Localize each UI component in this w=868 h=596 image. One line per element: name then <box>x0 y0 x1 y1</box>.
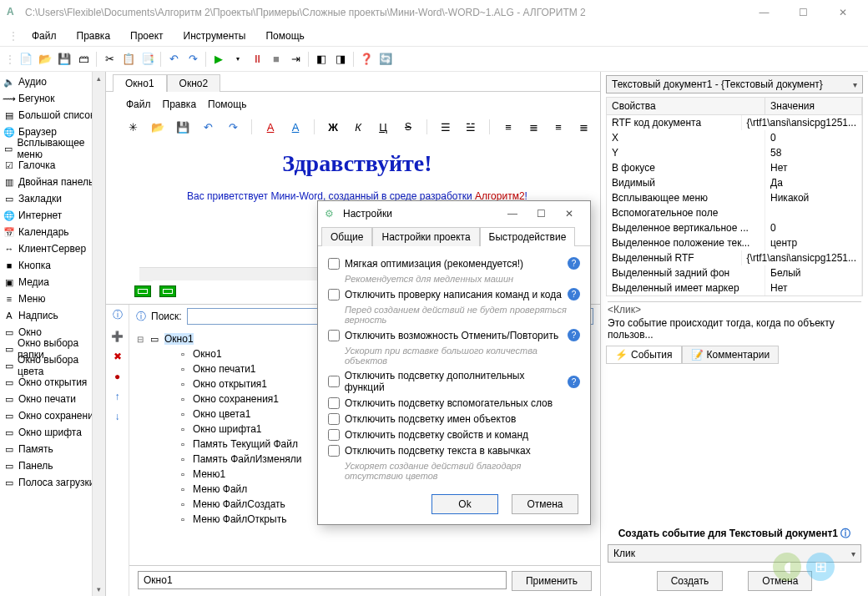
emb-bold-icon[interactable]: Ж <box>325 119 341 135</box>
option-checkbox[interactable] <box>328 413 340 425</box>
option-help-icon[interactable]: ? <box>568 329 580 341</box>
run-dropdown-icon[interactable]: ▾ <box>230 51 246 68</box>
maximize-button[interactable]: ☐ <box>785 1 822 24</box>
option-checkbox[interactable] <box>328 376 340 387</box>
property-row[interactable]: Выделенное положение тек...центр <box>607 235 862 250</box>
property-row[interactable]: Вспомогательное поле <box>607 205 862 220</box>
option-help-icon[interactable]: ? <box>568 257 580 270</box>
tab-okno2[interactable]: Окно2 <box>167 74 221 92</box>
emb-italic-icon[interactable]: К <box>350 119 366 135</box>
redo-icon[interactable]: ↷ <box>184 51 201 68</box>
indicator-2[interactable] <box>159 285 176 297</box>
pause-icon[interactable]: ⏸ <box>249 51 265 68</box>
tree-info-icon[interactable]: ⓘ <box>113 308 123 322</box>
saveall-icon[interactable]: 🗃 <box>75 51 92 68</box>
emb-menu-edit[interactable]: Правка <box>163 98 197 110</box>
palette-item[interactable]: 🌐Интернет <box>0 207 105 224</box>
run-icon[interactable]: ▶ <box>210 51 227 68</box>
option-help-icon[interactable]: ? <box>568 376 580 388</box>
palette-item[interactable]: AНадпись <box>0 307 105 324</box>
dialog-tab-project[interactable]: Настройки проекта <box>372 227 479 246</box>
palette-item[interactable]: ↔КлиентСервер <box>0 240 105 257</box>
option-checkbox[interactable] <box>328 445 340 457</box>
palette-item[interactable]: ■Кнопка <box>0 257 105 274</box>
tool1-icon[interactable]: ◧ <box>313 51 330 68</box>
help-icon[interactable]: ❓ <box>358 51 375 68</box>
emb-align-justify-icon[interactable]: ≣ <box>575 119 592 135</box>
dialog-cancel-button[interactable]: Отмена <box>512 494 578 514</box>
property-grid[interactable]: СвойстваЗначения RTF код документа{\rtf1… <box>606 97 863 296</box>
dialog-option[interactable]: Отключить подсветку текста в кавычках <box>328 445 580 457</box>
sidebar-scrollbar[interactable]: ▴▾ <box>92 72 105 596</box>
palette-item[interactable]: ▭Память <box>0 441 105 457</box>
emb-menu-file[interactable]: Файл <box>126 98 151 110</box>
palette-item[interactable]: ▭Всплывающее меню <box>0 140 105 157</box>
palette-item[interactable]: ▭Окно печати <box>0 391 105 407</box>
paste-icon[interactable]: 📑 <box>139 51 156 68</box>
dialog-option[interactable]: Отключить возможность Отменить/Повторить… <box>328 329 580 341</box>
stop-icon[interactable]: ■ <box>268 51 285 68</box>
dialog-option[interactable]: Отключить подсветку вспомогательных слов <box>328 397 580 409</box>
dialog-tab-general[interactable]: Общие <box>321 227 372 246</box>
object-selector[interactable]: Текстовый документ1 - {Текстовый докумен… <box>606 75 863 93</box>
close-button[interactable]: ✕ <box>824 1 861 24</box>
tab-okno1[interactable]: Окно1 <box>113 74 167 92</box>
emb-new-icon[interactable]: ✳ <box>124 119 141 135</box>
palette-item[interactable]: 📅Календарь <box>0 224 105 240</box>
dialog-ok-button[interactable]: Ok <box>431 494 498 514</box>
open-icon[interactable]: 📂 <box>37 51 53 68</box>
cut-icon[interactable]: ✂ <box>101 51 118 68</box>
tree-name-input[interactable] <box>138 571 507 589</box>
emb-menu-help[interactable]: Помощь <box>208 98 246 110</box>
property-row[interactable]: Всплывающее менюНикакой <box>607 190 862 205</box>
help-icon[interactable]: ⓘ <box>840 528 850 539</box>
emb-align-center-icon[interactable]: ≣ <box>525 119 542 135</box>
tree-del-icon[interactable]: ✖ <box>114 351 122 362</box>
create-event-button[interactable]: Создать <box>657 571 724 591</box>
emb-open-icon[interactable]: 📂 <box>149 119 166 135</box>
palette-item[interactable]: ▥Двойная панель <box>0 174 105 190</box>
palette-item[interactable]: 🔈Аудио <box>0 73 105 90</box>
tree-rec-icon[interactable]: ● <box>114 371 120 382</box>
menu-edit[interactable]: Правка <box>68 28 119 44</box>
emb-align-right-icon[interactable]: ≡ <box>550 119 567 135</box>
palette-item[interactable]: ▭Окно шрифта <box>0 424 105 441</box>
dialog-maximize-button[interactable]: ☐ <box>527 208 555 220</box>
tree-apply-button[interactable]: Применить <box>512 571 592 591</box>
palette-item[interactable]: ▭Полоса загрузки <box>0 474 105 491</box>
new-icon[interactable]: 📄 <box>18 51 34 68</box>
dialog-option[interactable]: Отключить подсветку дополнительных функц… <box>328 370 580 393</box>
dialog-option[interactable]: Отключить подсветку свойств и команд <box>328 429 580 441</box>
emb-list-icon[interactable]: ☰ <box>437 119 454 135</box>
palette-item[interactable]: ≡Меню <box>0 290 105 307</box>
palette-item[interactable]: ▭Окно сохранения <box>0 407 105 424</box>
menu-project[interactable]: Проект <box>122 28 172 44</box>
emb-font-icon[interactable]: A <box>287 119 304 135</box>
emb-redo-icon[interactable]: ↷ <box>225 119 241 135</box>
menu-file[interactable]: Файл <box>23 28 65 44</box>
property-row[interactable]: Выделенный RTF{\rtf1\ansi\ansicpg1251... <box>607 250 862 265</box>
tree-add-icon[interactable]: ➕ <box>111 331 124 342</box>
option-checkbox[interactable] <box>328 289 340 301</box>
option-help-icon[interactable]: ? <box>568 288 580 301</box>
dialog-tab-performance[interactable]: Быстродействие <box>480 227 576 246</box>
property-row[interactable]: В фокусеНет <box>607 160 862 175</box>
option-checkbox[interactable] <box>328 397 340 409</box>
tab-comments[interactable]: 📝Комментарии <box>682 346 780 364</box>
step-icon[interactable]: ⇥ <box>287 51 304 68</box>
palette-item[interactable]: ▭Закладки <box>0 190 105 207</box>
emb-numlist-icon[interactable]: ☱ <box>462 119 479 135</box>
tab-events[interactable]: ⚡События <box>606 346 682 364</box>
palette-item[interactable]: ▣Медиа <box>0 274 105 290</box>
emb-save-icon[interactable]: 💾 <box>174 119 191 135</box>
dialog-minimize-button[interactable]: — <box>498 208 527 220</box>
tree-up-icon[interactable]: ↑ <box>115 391 120 402</box>
tree-search-icon[interactable]: ⓘ <box>136 310 146 324</box>
property-row[interactable]: X0 <box>607 130 862 145</box>
option-checkbox[interactable] <box>328 429 340 441</box>
refresh-icon[interactable]: 🔄 <box>377 51 394 68</box>
tree-down-icon[interactable]: ↓ <box>115 411 120 422</box>
menu-tools[interactable]: Инструменты <box>175 28 255 44</box>
menu-help[interactable]: Помощь <box>257 28 312 44</box>
emb-align-left-icon[interactable]: ≡ <box>500 119 517 135</box>
